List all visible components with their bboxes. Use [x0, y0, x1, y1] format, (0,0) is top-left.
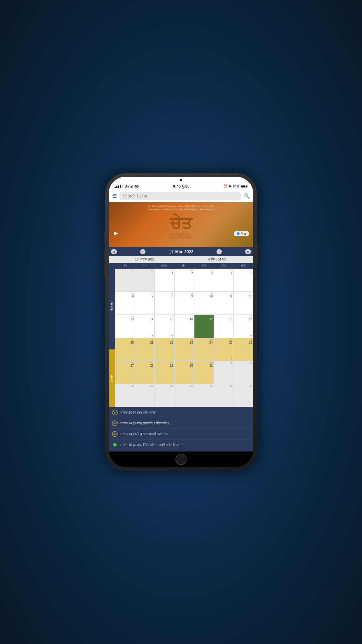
table-row[interactable]: ੨੪ [174, 384, 194, 407]
search-placeholder: Search Event [123, 194, 147, 198]
next-next-button[interactable]: » [245, 249, 251, 254]
list-item[interactable]: ਮਾਰਚ-14 (੧-ਚੇਤ) ਨਾਨਕਸ਼ਾਹੀ ਨਵਾਂ ਸਾਲ [109, 429, 253, 440]
next-button[interactable]: › [217, 249, 222, 254]
table-row[interactable]: ੧੦23 [174, 338, 194, 361]
table-row[interactable]: ੪18 [214, 315, 234, 338]
weekday-sat: ਸਨੀ [233, 263, 253, 269]
battery-pct: 84% [233, 185, 239, 188]
menu-icon[interactable]: ☰ [112, 193, 117, 199]
cal-week-2: ੨੩6 ੨੪7 ੨੪8 ੨੫9 ੨੬10 ੨੭11 ੨੮12 [115, 292, 253, 315]
weekday-headers: ਐਤ ਸੋਮ ਮੰਗਲ ਬੁੱਧ ਵੀਰ ਸ਼ੁੱਕਰ ਸਨੀ [115, 263, 253, 269]
table-row[interactable]: ੨੩ [154, 384, 174, 407]
table-row[interactable]: ੨੨ [135, 384, 155, 407]
table-row[interactable]: ੨੪8 [154, 292, 174, 315]
table-row[interactable]: ੧੧24 [194, 338, 214, 361]
table-row[interactable]: ੧੬ [214, 361, 234, 384]
side-label-chet: ਚੇਤ 554 [109, 349, 115, 407]
table-row[interactable]: ੨15★ [154, 315, 174, 338]
table-row[interactable]: ੧੪27 [115, 361, 135, 384]
table-row[interactable]: ੨੦3 [194, 269, 214, 292]
calendar: ਫੱਗਣ 553 ਚੇਤ 554 ਐਤ ਸੋਮ ਮੰਗਲ ਬੁੱਧ ਵੀਰ ਸ਼… [109, 263, 253, 407]
khanda-icon-3 [112, 431, 118, 437]
event-text-1: ਮਾਰਚ-14 (੧-ਚੇਤ) ਹੋਲਾ ਮਹੱਲਾ [120, 411, 250, 414]
list-item[interactable]: ਮਾਰਚ-15 (੨-ਚੇਤ) ਦਿੱਲੀ ਫਤਿਹ: ਭਾਈ ਭਗੇਲ ਸਿੰ… [109, 440, 253, 450]
date-header: 17 ਮਾਰਚ 2022 4 ਚੇਤ 554 NS [109, 256, 253, 263]
table-row[interactable]: ੧੯ [135, 269, 155, 292]
table-row[interactable]: ੧14★ [135, 315, 155, 338]
table-row[interactable]: ੨੧ [115, 384, 135, 407]
table-row[interactable]: ੧੩26 [233, 338, 253, 361]
search-button[interactable]: 🔍 [243, 193, 250, 199]
battery-icon [241, 185, 247, 188]
table-row[interactable]: ੨੩6 [115, 292, 135, 315]
table-row[interactable]: ੧੨25★ [214, 338, 234, 361]
carrier-label: Airtel [125, 185, 133, 188]
search-input[interactable]: Search Event [119, 192, 241, 200]
table-row[interactable]: ੨੦ [233, 361, 253, 384]
table-row[interactable]: ੮17 [194, 315, 214, 338]
cal-week-5: ੧੪27 ੧੫28 ੧੬29 ੧੭30 ੧੮31 ੧੬ ੨੦ [115, 361, 253, 384]
khanda-icon-2 [112, 420, 118, 426]
table-row[interactable]: ੧੫28 [135, 361, 155, 384]
weekday-sun: ਐਤ [115, 263, 135, 269]
table-row[interactable]: ੧੮31 [194, 361, 214, 384]
table-row[interactable]: ੨੭11 [214, 292, 234, 315]
table-row[interactable]: ੧੬29 [154, 361, 174, 384]
table-row[interactable]: ੨੮12 [233, 292, 253, 315]
event-text-3: ਮਾਰਚ-14 (੧-ਚੇਤ) ਨਾਨਕਸ਼ਾਹੀ ਨਵਾਂ ਸਾਲ [120, 432, 250, 436]
network-label: 4G [134, 185, 139, 188]
nav-row: « ‹ 17 Mar 2022 › » [109, 247, 253, 256]
table-row[interactable]: ੧੭30 [174, 361, 194, 384]
table-row[interactable]: ੮22 [154, 338, 174, 361]
table-row[interactable]: ੬19★ [233, 315, 253, 338]
nav-year: 2022 [184, 249, 193, 254]
table-row[interactable]: ੨੨5 [233, 269, 253, 292]
table-row[interactable]: ੧੯1 [154, 269, 174, 292]
table-row[interactable]: ੨੫9 [174, 292, 194, 315]
table-row[interactable]: ੨੬ [214, 384, 234, 407]
event-text-2: ਮਾਰਚ-14 (੧-ਚੇਤ) ਗੁਰਗੱਦੀ: ਪਾਂਤਿਸਾਹੀ-੧ [120, 421, 250, 425]
month-toggle[interactable]: Mar [234, 231, 249, 236]
nav-date: 17 Mar 2022 [169, 249, 194, 254]
table-row[interactable]: ੮21 [135, 338, 155, 361]
banner-text: ਚੇਤਿ ਗੋਵਿੰਦੁ ਅਰਾਧੀਐ ਹੋਵੈ ਅਨੰਦੁ ਘਣਾ ॥ ਸੰਤ… [112, 205, 250, 211]
table-row[interactable]: ੨੧4 [214, 269, 234, 292]
table-row[interactable]: ੨੭ [233, 384, 253, 407]
weekday-thu: ਵੀਰ [194, 263, 214, 269]
event-text-4: ਮਾਰਚ-15 (੨-ਚੇਤ) ਦਿੱਲੀ ਫਤਿਹ: ਭਾਈ ਭਗੇਲ ਸਿੰ… [120, 443, 250, 447]
table-row[interactable]: ੨੪7 [135, 292, 155, 315]
table-row[interactable]: ੨੫ [194, 384, 214, 407]
table-row[interactable]: ੩16 [174, 315, 194, 338]
play-button[interactable]: ▶ [114, 230, 118, 236]
table-row[interactable]: ੭20 [115, 338, 135, 361]
prev-button[interactable]: ‹ [140, 249, 145, 254]
notch [109, 177, 253, 181]
phone-frame: Airtel 4G 9:45 ਪੂ.ਦੁ. ⏰ ✱ 84% [105, 173, 257, 471]
nav-day: 17 [169, 249, 174, 254]
weekday-tue: ਮੰਗਲ [154, 263, 174, 269]
table-row[interactable]: ੩੦13 [115, 315, 135, 338]
list-item[interactable]: ਮਾਰਚ-14 (੧-ਚੇਤ) ਗੁਰਗੱਦੀ: ਪਾਂਤਿਸਾਹੀ-੧ [109, 418, 253, 429]
status-bar: Airtel 4G 9:45 ਪੂ.ਦੁ. ⏰ ✱ 84% [109, 181, 253, 190]
side-label-phagun: ਫੱਗਣ 553 [109, 263, 115, 349]
events-list: ਮਾਰਚ-14 (੧-ਚੇਤ) ਹੋਲਾ ਮਹੱਲਾ ਮਾਰਚ-14 (੧-ਚੇ… [109, 407, 253, 452]
alarm-icon: ⏰ [223, 184, 227, 188]
weekday-wed: ਬੁੱਧ [174, 263, 194, 269]
cal-week-1: ੧੮ ੧੯ ੧੯1 ੧੪2 ੨੦3 ੨੧4 ੨੨5 [115, 269, 253, 292]
cal-week-3: ੩੦13 ੧14★ ੨15★ ੩16 ੮17 ੪18 ੬19★ [115, 315, 253, 338]
home-area [109, 452, 253, 467]
table-row[interactable]: ੨੬10 [194, 292, 214, 315]
prev-prev-button[interactable]: « [111, 249, 117, 254]
khanda-icon [112, 409, 118, 416]
table-row[interactable]: ੧੮ [115, 269, 135, 292]
list-item[interactable]: ਮਾਰਚ-14 (੧-ਚੇਤ) ਹੋਲਾ ਮਹੱਲਾ [109, 407, 253, 418]
screen: Airtel 4G 9:45 ਪੂ.ਦੁ. ⏰ ✱ 84% [109, 177, 253, 467]
banner-big-letter: ਚੇਤ [170, 214, 192, 233]
status-left: Airtel 4G [115, 185, 139, 188]
cal-week-4: ੭20 ੮21 ੮22 ੧੦23 ੧੧24 ੧੨25★ ੧੩26 [115, 338, 253, 361]
home-button[interactable] [175, 454, 187, 465]
banner: ਚੇਤਿ ਗੋਵਿੰਦੁ ਅਰਾਧੀਐ ਹੋਵੈ ਅਨੰਦੁ ਘਣਾ ॥ ਸੰਤ… [109, 202, 253, 247]
cal-week-6: ੨੧ ੨੨ ੨੩ ੨੪ ੨੫ ੨੬ ੨੭ [115, 384, 253, 407]
table-row[interactable]: ੧੪2 [174, 269, 194, 292]
search-bar: ☰ Search Event 🔍 [109, 190, 253, 202]
